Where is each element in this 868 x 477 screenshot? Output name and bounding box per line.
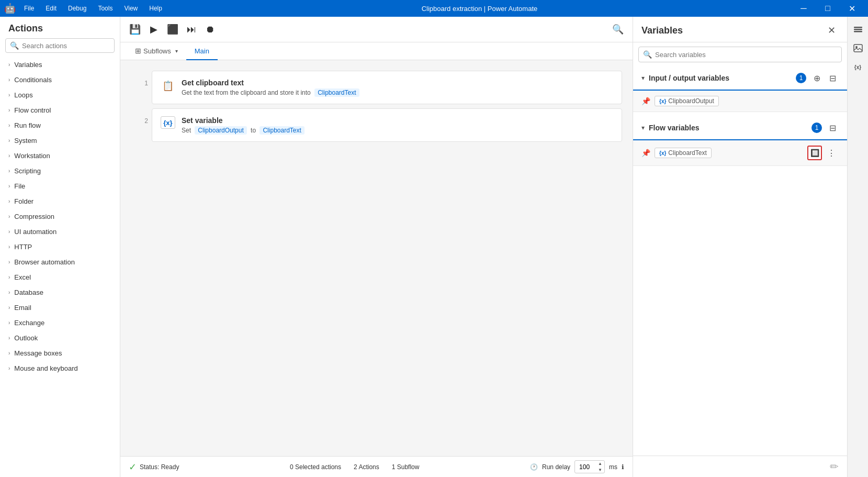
add-variable-button[interactable]: ⊕ — [810, 72, 823, 84]
layers-icon[interactable] — [850, 21, 866, 38]
search-actions-input[interactable] — [22, 42, 110, 50]
save-button[interactable]: 💾 — [127, 21, 143, 38]
tab-subflows[interactable]: ⊞ Subflows ▾ — [127, 42, 186, 60]
menu-edit[interactable]: Edit — [40, 3, 62, 14]
next-button[interactable]: ⏭ — [183, 21, 200, 38]
action-item-workstation[interactable]: › Workstation — [0, 148, 120, 163]
action-label: Mouse and keyboard — [14, 364, 77, 372]
action-label: Exchange — [14, 319, 44, 327]
variables-close-button[interactable]: ✕ — [824, 23, 839, 38]
variables-content: ▾ Input / output variables 1 ⊕ ⊟ 📌 {x} C… — [633, 66, 847, 456]
action-item-message-boxes[interactable]: › Message boxes — [0, 346, 120, 361]
variable-name: ClipboardOutput — [668, 97, 714, 105]
flow-action-2: 2 {x} Set variable Set ClipboardOutput t… — [152, 108, 622, 142]
action-item-ui-automation[interactable]: › UI automation — [0, 224, 120, 239]
chevron-icon: › — [8, 335, 10, 341]
action-item-flow-control[interactable]: › Flow control — [0, 103, 120, 118]
flow-variables-section-header[interactable]: ▾ Flow variables 1 ⊟ — [633, 116, 847, 140]
menu-debug[interactable]: Debug — [63, 3, 92, 14]
search-variables-input[interactable] — [655, 51, 837, 59]
search-button[interactable]: 🔍 — [610, 21, 626, 38]
chevron-icon: › — [8, 229, 10, 235]
close-button[interactable]: ✕ — [840, 0, 864, 17]
menu-view[interactable]: View — [119, 3, 143, 14]
record-button[interactable]: ⏺ — [202, 21, 219, 38]
action-item-variables[interactable]: › Variables — [0, 57, 120, 72]
action-item-outlook[interactable]: › Outlook — [0, 330, 120, 346]
variables-search-box[interactable]: 🔍 — [638, 47, 842, 62]
actions-title: Actions — [0, 17, 120, 38]
action-desc-1: Get the text from the clipboard and stor… — [182, 89, 613, 96]
action-item-loops[interactable]: › Loops — [0, 87, 120, 103]
action-item-http[interactable]: › HTTP — [0, 239, 120, 254]
action-desc-2: Set ClipboardOutput to ClipboardText — [182, 127, 613, 134]
action-item-folder[interactable]: › Folder — [0, 194, 120, 209]
stop-button[interactable]: ⬛ — [164, 21, 181, 38]
action-item-file[interactable]: › File — [0, 179, 120, 194]
minimize-button[interactable]: ─ — [792, 0, 816, 17]
increment-button[interactable]: ▲ — [596, 461, 604, 467]
action-item-excel[interactable]: › Excel — [0, 270, 120, 285]
action-item-conditionals[interactable]: › Conditionals — [0, 72, 120, 87]
window-title: Clipboard extraction | Power Automate — [167, 5, 792, 13]
eraser-icon[interactable]: ✏ — [830, 460, 839, 473]
maximize-button[interactable]: □ — [816, 0, 840, 17]
tab-main[interactable]: Main — [186, 42, 218, 60]
action-item-browser-automation[interactable]: › Browser automation — [0, 254, 120, 270]
actions-search-box[interactable]: 🔍 — [5, 38, 115, 53]
xr-button[interactable]: {x} — [850, 59, 866, 75]
input-output-section: ▾ Input / output variables 1 ⊕ ⊟ 📌 {x} C… — [633, 66, 847, 112]
chevron-icon: › — [8, 168, 10, 174]
action-item-scripting[interactable]: › Scripting — [0, 163, 120, 179]
set-var-icon: {x} — [161, 116, 175, 129]
clipboard-text-item: 📌 {x} ClipboardText 🔲 ⋮ — [633, 140, 847, 166]
chevron-icon: › — [8, 153, 10, 159]
canvas-toolbar: 💾 ▶ ⬛ ⏭ ⏺ 🔍 — [120, 17, 633, 42]
section-actions: ⊟ — [826, 121, 839, 134]
action-item-database[interactable]: › Database — [0, 285, 120, 300]
desc-prefix-1: Get the text from the clipboard and stor… — [182, 89, 311, 96]
action-label: Email — [14, 304, 31, 312]
action-item-compression[interactable]: › Compression — [0, 209, 120, 224]
action-label: Workstation — [14, 152, 50, 160]
run-delay-value[interactable] — [575, 462, 596, 472]
menu-tools[interactable]: Tools — [93, 3, 118, 14]
pin-icon[interactable]: 📌 — [641, 97, 650, 105]
pin-icon[interactable]: 📌 — [641, 149, 650, 157]
action-item-run-flow[interactable]: › Run flow — [0, 118, 120, 133]
chevron-icon: › — [8, 123, 10, 128]
menu-help[interactable]: Help — [144, 3, 167, 14]
play-button[interactable]: ▶ — [145, 21, 162, 38]
input-output-title: Input / output variables — [649, 74, 796, 82]
window-controls: ─ □ ✕ — [792, 0, 864, 17]
var-icon: {x} — [659, 98, 666, 104]
chevron-icon: › — [8, 214, 10, 219]
chevron-icon: › — [8, 92, 10, 98]
more-options-button[interactable]: ⋮ — [824, 146, 839, 160]
clipboard-text-var[interactable]: ClipboardText — [314, 88, 359, 97]
decrement-button[interactable]: ▼ — [596, 467, 604, 473]
clipboard-output-item: 📌 {x} ClipboardOutput — [633, 91, 847, 112]
image-icon[interactable] — [850, 40, 866, 57]
input-output-section-header[interactable]: ▾ Input / output variables 1 ⊕ ⊟ — [633, 66, 847, 91]
chevron-icon: › — [8, 183, 10, 189]
menu-file[interactable]: File — [19, 3, 39, 14]
clipboard-output-var[interactable]: ClipboardOutput — [195, 126, 246, 135]
action-item-exchange[interactable]: › Exchange — [0, 315, 120, 330]
subflow-count: 1 Subflow — [392, 463, 420, 471]
view-variable-button[interactable]: 🔲 — [807, 146, 822, 160]
filter-icon[interactable]: ⊟ — [826, 72, 839, 84]
clipboard-icon: 📋 — [161, 79, 175, 93]
variables-panel: Variables ✕ 🔍 ▾ Input / output variables… — [633, 17, 847, 477]
run-delay-input[interactable]: ▲ ▼ — [574, 460, 605, 473]
canvas-tabs: ⊞ Subflows ▾ Main — [120, 42, 633, 60]
action-item-email[interactable]: › Email — [0, 300, 120, 315]
chevron-icon: › — [8, 62, 10, 68]
action-item-system[interactable]: › System — [0, 133, 120, 148]
action-label: Loops — [14, 91, 32, 99]
action-label: HTTP — [14, 243, 32, 251]
action-item-mouse-keyboard[interactable]: › Mouse and keyboard — [0, 361, 120, 376]
action-label: UI automation — [14, 228, 57, 236]
clipboard-text-var-2[interactable]: ClipboardText — [260, 126, 304, 135]
filter-icon[interactable]: ⊟ — [826, 121, 839, 134]
